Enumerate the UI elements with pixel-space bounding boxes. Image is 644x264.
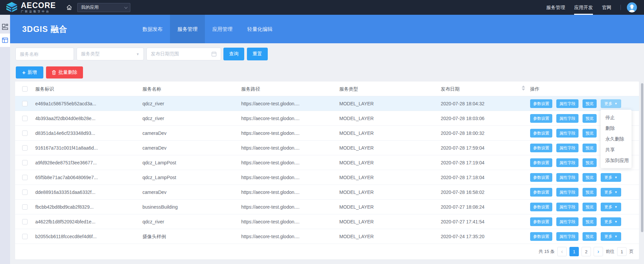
select-all-checkbox[interactable] [22, 86, 28, 92]
attribute-fields-button[interactable]: 属性字段 [556, 114, 578, 123]
table-row[interactable]: 65f5b8e71ac7ab0648069e7... qdcz_LampPost… [15, 170, 639, 185]
user-avatar[interactable] [627, 2, 637, 12]
sidebar-item-service-table[interactable] [0, 34, 10, 47]
service-type-select[interactable]: 服务类型 ▼ [77, 48, 144, 60]
more-menu-item[interactable]: 停止 [601, 112, 632, 123]
goto-page-input[interactable] [617, 247, 627, 256]
preview-button[interactable]: 预览 [583, 114, 597, 123]
page-button-2[interactable]: 2 [582, 247, 591, 256]
row-checkbox[interactable] [22, 219, 28, 224]
row-checkbox[interactable] [22, 234, 28, 239]
preview-button[interactable]: 预览 [583, 217, 597, 226]
service-name-field[interactable] [15, 48, 74, 60]
table-row[interactable]: b2055cb6118fccecd8ef4d6f... 摄像头样例 https:… [15, 229, 639, 244]
row-checkbox[interactable] [22, 145, 28, 151]
batch-delete-button[interactable]: 批量删除 [46, 66, 83, 78]
add-button[interactable]: + 新增 [16, 66, 43, 78]
tab-app-mgmt[interactable]: 应用管理 [205, 15, 240, 43]
more-menu-item[interactable]: 永久删除 [601, 134, 632, 144]
more-menu-item[interactable]: 添加到应用 [601, 155, 632, 166]
vertical-scrollbar-thumb[interactable] [641, 83, 643, 232]
row-checkbox[interactable] [22, 101, 28, 106]
tab-data-publish[interactable]: 数据发布 [135, 15, 170, 43]
more-button[interactable]: 更多▼ [601, 203, 621, 211]
sort-publish-date-control[interactable] [522, 86, 525, 91]
preview-button[interactable]: 预览 [583, 232, 597, 241]
row-checkbox[interactable] [22, 160, 28, 165]
table-row[interactable]: d8351da14e6cf233348d93... cameraDev http… [15, 126, 639, 141]
attribute-fields-button[interactable]: 属性字段 [556, 217, 578, 226]
topnav-item-service-mgmt[interactable]: 服务管理 [546, 0, 565, 15]
topnav-item-official-site[interactable]: 官网 [602, 0, 611, 15]
param-settings-button[interactable]: 参数设置 [530, 173, 552, 182]
row-checkbox[interactable] [22, 204, 28, 210]
param-settings-button[interactable]: 参数设置 [530, 188, 552, 197]
attribute-fields-button[interactable]: 属性字段 [556, 158, 578, 167]
preview-button[interactable]: 预览 [583, 188, 597, 197]
param-settings-button[interactable]: 参数设置 [530, 203, 552, 211]
preview-button[interactable]: 预览 [583, 158, 597, 167]
brand-logo[interactable]: AECORE 广联达数字中台 [5, 2, 56, 13]
attribute-fields-button[interactable]: 属性字段 [556, 173, 578, 182]
attribute-fields-button[interactable]: 属性字段 [556, 203, 578, 211]
next-page-button[interactable]: › [594, 247, 603, 256]
table-row[interactable]: dde88916a33351daa6332f... cameraDev http… [15, 185, 639, 200]
cell-service-type: MODEL_LAYER [339, 170, 374, 185]
reset-button[interactable]: 重置 [247, 48, 268, 60]
select-caret-icon: ▼ [136, 52, 139, 56]
preview-button[interactable]: 预览 [583, 144, 597, 152]
topnav-item-app-dev[interactable]: 应用开发 [574, 0, 593, 15]
table-row[interactable]: fbcbb42bd8bd9cab2f8329... businessBuildi… [15, 200, 639, 214]
more-button[interactable]: 更多▼ [601, 217, 621, 226]
table-row[interactable]: a9fd928ede8751f3ee36677... qdcz_LampPost… [15, 155, 639, 170]
param-settings-button[interactable]: 参数设置 [530, 129, 552, 138]
sidebar-item-dashboard[interactable] [0, 20, 10, 34]
preview-button[interactable]: 预览 [583, 99, 597, 108]
more-button[interactable]: 更多▼ [601, 99, 621, 108]
preview-button[interactable]: 预览 [583, 173, 597, 182]
tab-lightweight-edit[interactable]: 轻量化编辑 [240, 15, 280, 43]
row-checkbox[interactable] [22, 130, 28, 136]
search-button[interactable]: 查询 [223, 48, 244, 60]
column-header-service-path: 服务路径 [241, 82, 260, 96]
more-menu-item[interactable]: 共享 [601, 144, 632, 155]
param-settings-button[interactable]: 参数设置 [530, 144, 552, 152]
more-button[interactable]: 更多▼ [601, 232, 621, 241]
cell-publish-date: 2020-07-28 18:03:06 [441, 111, 484, 126]
attribute-fields-button[interactable]: 属性字段 [556, 232, 578, 241]
more-button[interactable]: 更多▼ [601, 188, 621, 197]
row-checkbox[interactable] [22, 190, 28, 195]
attribute-fields-button[interactable]: 属性字段 [556, 129, 578, 138]
prev-page-button[interactable]: ‹ [557, 247, 567, 256]
cell-publish-date: 2020-07-24 17:35:20 [441, 229, 484, 244]
cell-service-type: MODEL_LAYER [339, 111, 374, 126]
tab-service-mgmt[interactable]: 服务管理 [170, 15, 205, 43]
more-menu-item[interactable]: 删除 [601, 123, 632, 134]
row-actions: 参数设置 属性字段 预览 更多▼ [530, 96, 621, 111]
preview-button[interactable]: 预览 [583, 129, 597, 138]
table-row[interactable]: a4622fb1d8f520924bfed1e... qdcz_river ht… [15, 214, 639, 229]
cell-service-path: https://aecore-test.glodon.... [241, 141, 300, 155]
page-button-1[interactable]: 1 [569, 247, 579, 256]
attribute-fields-button[interactable]: 属性字段 [556, 144, 578, 152]
cell-service-type: MODEL_LAYER [339, 185, 374, 200]
service-name-input[interactable] [16, 48, 74, 60]
table-row[interactable]: 916167a731c001f41a8aa6d... cameraDev htt… [15, 141, 639, 155]
row-checkbox[interactable] [22, 175, 28, 180]
param-settings-button[interactable]: 参数设置 [530, 99, 552, 108]
table-row[interactable]: 4b393aa2f2db04d0e8b28e... qdcz_river htt… [15, 111, 639, 126]
param-settings-button[interactable]: 参数设置 [530, 232, 552, 241]
more-button[interactable]: 更多▼ [601, 173, 621, 182]
attribute-fields-button[interactable]: 属性字段 [556, 188, 578, 197]
row-checkbox[interactable] [22, 116, 28, 121]
param-settings-button[interactable]: 参数设置 [530, 158, 552, 167]
attribute-fields-button[interactable]: 属性字段 [556, 99, 578, 108]
param-settings-button[interactable]: 参数设置 [530, 217, 552, 226]
publish-date-range-picker[interactable]: 发布日期范围 [146, 48, 221, 60]
param-settings-button[interactable]: 参数设置 [530, 114, 552, 123]
table-row[interactable]: e469a1c586755eb52acd3a... qdcz_river htt… [15, 96, 639, 111]
home-icon[interactable] [66, 4, 73, 11]
preview-button[interactable]: 预览 [583, 203, 597, 211]
app-scope-select[interactable]: 我的应用 [77, 3, 130, 12]
topnav: 服务管理 应用开发 官网 [546, 0, 644, 15]
